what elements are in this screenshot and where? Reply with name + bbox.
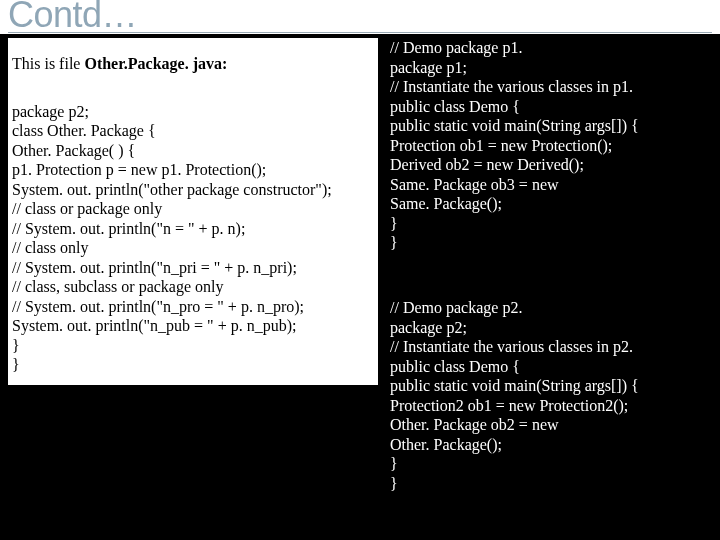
code-line: } — [390, 474, 712, 494]
code-line: Other. Package(); — [390, 435, 712, 455]
code-line: Protection ob1 = new Protection(); — [390, 136, 712, 156]
code-line: public class Demo { — [390, 357, 712, 377]
code-line: package p2; — [12, 102, 368, 122]
right-top-code-block: // Demo package p1.package p1;// Instant… — [390, 38, 712, 253]
code-line: // Instantiate the various classes in p1… — [390, 77, 712, 97]
left-column: This is file Other.Package. java: packag… — [8, 38, 378, 385]
code-line: // System. out. println("n_pro = " + p. … — [12, 297, 368, 317]
slide: Contd… This is file Other.Package. java:… — [0, 0, 720, 540]
right-bottom-column: // Demo package p2.package p2;// Instant… — [390, 298, 712, 493]
code-line: // class or package only — [12, 199, 368, 219]
left-intro-filename: Other.Package. java: — [84, 55, 227, 72]
title-divider — [8, 32, 712, 33]
left-intro: This is file Other.Package. java: — [12, 54, 368, 74]
code-line: // Demo package p2. — [390, 298, 712, 318]
code-line: package p1; — [390, 58, 712, 78]
code-line: // System. out. println("n_pri = " + p. … — [12, 258, 368, 278]
code-line: p1. Protection p = new p1. Protection(); — [12, 160, 368, 180]
left-code-block: package p2;class Other. Package {Other. … — [12, 102, 368, 375]
right-bottom-code-block: // Demo package p2.package p2;// Instant… — [390, 298, 712, 493]
code-line: // Demo package p1. — [390, 38, 712, 58]
code-line: Derived ob2 = new Derived(); — [390, 155, 712, 175]
code-line: } — [12, 336, 368, 356]
code-line: } — [390, 233, 712, 253]
code-line: System. out. println("n_pub = " + p. n_p… — [12, 316, 368, 336]
code-line: public static void main(String args[]) { — [390, 116, 712, 136]
code-line: public static void main(String args[]) { — [390, 376, 712, 396]
slide-title: Contd… — [8, 0, 137, 36]
code-line: // System. out. println("n = " + p. n); — [12, 219, 368, 239]
code-line: } — [12, 355, 368, 375]
code-line: } — [390, 454, 712, 474]
right-top-column: // Demo package p1.package p1;// Instant… — [390, 38, 712, 253]
left-intro-prefix: This is file — [12, 55, 84, 72]
code-line: // Instantiate the various classes in p2… — [390, 337, 712, 357]
code-line: Same. Package(); — [390, 194, 712, 214]
code-line: System. out. println("other package cons… — [12, 180, 368, 200]
code-line: package p2; — [390, 318, 712, 338]
code-line: public class Demo { — [390, 97, 712, 117]
code-line: // class only — [12, 238, 368, 258]
code-line: class Other. Package { — [12, 121, 368, 141]
code-line: Protection2 ob1 = new Protection2(); — [390, 396, 712, 416]
code-line: // class, subclass or package only — [12, 277, 368, 297]
code-line: Other. Package( ) { — [12, 141, 368, 161]
code-line: Same. Package ob3 = new — [390, 175, 712, 195]
code-line: Other. Package ob2 = new — [390, 415, 712, 435]
code-line: } — [390, 214, 712, 234]
